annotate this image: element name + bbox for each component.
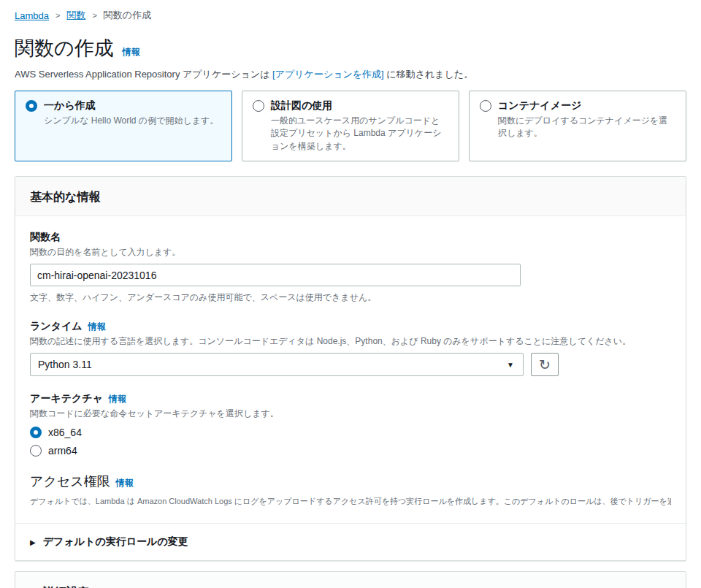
function-name-label: 関数名 <box>30 231 671 244</box>
card-use-blueprint[interactable]: 設計図の使用 一般的ユースケース用のサンプルコードと設定プリセットから Lamb… <box>242 91 459 161</box>
architecture-field: アーキテクチャ 情報 関数コードに必要な命令セットアーキテクチャを選択します。 … <box>30 392 671 457</box>
function-name-field: 関数名 関数の目的を名前として入力します。 文字、数字、ハイフン、アンダースコア… <box>30 231 671 304</box>
runtime-label: ランタイム <box>30 320 83 333</box>
permissions-info-link[interactable]: 情報 <box>116 477 134 489</box>
radio-selected-icon[interactable] <box>30 427 42 438</box>
breadcrumb: Lambda > 関数 > 関数の作成 <box>15 9 686 22</box>
chevron-down-icon: ▼ <box>507 361 514 369</box>
card-description: シンプルな Hello World の例で開始します。 <box>44 115 221 127</box>
creation-option-cards: 一から作成 シンプルな Hello World の例で開始します。 設計図の使用… <box>15 91 686 161</box>
page-title: 関数の作成 <box>15 35 114 61</box>
panel-title: 基本的な情報 <box>30 190 671 205</box>
card-label: コンテナイメージ <box>498 99 581 112</box>
architecture-label: アーキテクチャ <box>30 392 103 405</box>
breadcrumb-lambda[interactable]: Lambda <box>15 10 49 21</box>
architecture-option-label: x86_64 <box>48 427 82 438</box>
architecture-info-link[interactable]: 情報 <box>109 393 126 405</box>
card-label: 一から作成 <box>44 99 96 112</box>
card-label: 設計図の使用 <box>271 99 332 112</box>
permissions-description: デフォルトでは、Lambda は Amazon CloudWatch Logs … <box>30 496 671 523</box>
permissions-heading: アクセス権限 <box>30 473 110 490</box>
title-info-link[interactable]: 情報 <box>123 46 140 58</box>
refresh-runtimes-button[interactable]: ↻ <box>531 353 559 376</box>
runtime-info-link[interactable]: 情報 <box>88 321 106 333</box>
breadcrumb-separator: > <box>92 11 96 20</box>
architecture-option-x86[interactable]: x86_64 <box>30 427 671 438</box>
runtime-description: 関数の記述に使用する言語を選択します。コンソールコードエディタは Node.js… <box>30 335 671 348</box>
function-name-constraint: 文字、数字、ハイフン、アンダースコアのみ使用可能で、スペースは使用できません。 <box>30 291 671 304</box>
function-name-description: 関数の目的を名前として入力します。 <box>30 246 671 259</box>
radio-unselected-icon[interactable] <box>253 100 264 112</box>
create-application-link[interactable]: [アプリケーションを作成] <box>272 69 384 80</box>
expand-arrow-icon: ▶ <box>30 538 36 546</box>
page-header: 関数の作成 情報 <box>15 35 686 61</box>
card-container-image[interactable]: コンテナイメージ 関数にデプロイするコンテナイメージを選択します。 <box>469 91 686 161</box>
expander-label: 詳細設定 <box>43 585 90 588</box>
breadcrumb-functions[interactable]: 関数 <box>66 9 85 22</box>
card-description: 一般的ユースケース用のサンプルコードと設定プリセットから Lambda アプリケ… <box>271 115 448 153</box>
subtitle-text: に移動されました。 <box>384 69 473 80</box>
breadcrumb-current: 関数の作成 <box>104 9 151 22</box>
radio-unselected-icon[interactable] <box>480 100 491 112</box>
card-description: 関数にデプロイするコンテナイメージを選択します。 <box>498 115 675 140</box>
refresh-icon: ↻ <box>539 358 551 372</box>
permissions-section: アクセス権限 情報 <box>30 473 671 490</box>
change-default-role-expander[interactable]: ▶ デフォルトの実行ロールの変更 <box>15 523 686 560</box>
create-function-page: Lambda > 関数 > 関数の作成 関数の作成 情報 AWS Serverl… <box>0 0 701 588</box>
expander-label: デフォルトの実行ロールの変更 <box>43 535 188 549</box>
architecture-option-arm64[interactable]: arm64 <box>30 445 671 457</box>
runtime-field: ランタイム 情報 関数の記述に使用する言語を選択します。コンソールコードエディタ… <box>30 320 671 376</box>
architecture-description: 関数コードに必要な命令セットアーキテクチャを選択します。 <box>30 408 671 420</box>
radio-unselected-icon[interactable] <box>30 445 42 457</box>
page-subtitle: AWS Serverless Application Repository アプ… <box>15 68 686 81</box>
advanced-settings-expander[interactable]: ▶ 詳細設定 <box>15 571 686 588</box>
radio-selected-icon[interactable] <box>26 100 37 112</box>
architecture-option-label: arm64 <box>48 445 77 457</box>
function-name-input[interactable] <box>30 264 521 286</box>
basic-info-body: 関数名 関数の目的を名前として入力します。 文字、数字、ハイフン、アンダースコア… <box>15 216 686 523</box>
basic-info-header: 基本的な情報 <box>15 177 686 216</box>
card-author-from-scratch[interactable]: 一から作成 シンプルな Hello World の例で開始します。 <box>15 91 232 161</box>
breadcrumb-separator: > <box>55 11 60 20</box>
runtime-select[interactable]: Python 3.11 ▼ <box>30 353 524 376</box>
subtitle-text: AWS Serverless Application Repository アプ… <box>15 69 272 80</box>
runtime-selected-value: Python 3.11 <box>38 359 92 370</box>
basic-info-panel: 基本的な情報 関数名 関数の目的を名前として入力します。 文字、数字、ハイフン、… <box>15 176 686 561</box>
